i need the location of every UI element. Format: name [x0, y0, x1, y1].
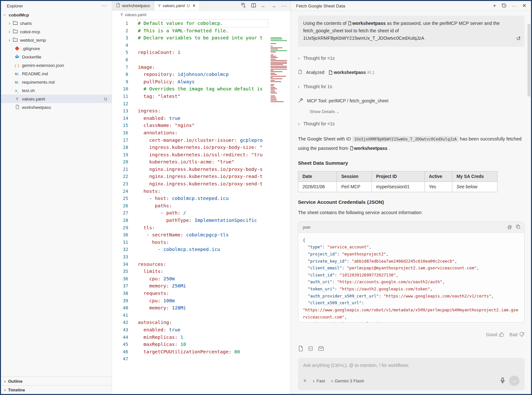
code-line: 15 className: "nginx" — [112, 122, 291, 129]
line-number: 15 — [112, 122, 128, 129]
file-label: gemini-extension.json — [22, 63, 112, 68]
code-line: 22 nginx.ingress.kubernetes.io/proxy-rea… — [112, 173, 291, 180]
root-folder-label: cobolMcp — [9, 13, 29, 17]
microphone-icon[interactable] — [500, 377, 505, 384]
mention-icon[interactable]: @ — [507, 224, 512, 230]
thought-row-2[interactable]: › Thought for 1s — [298, 84, 525, 89]
line-number: 3 — [112, 34, 128, 42]
code-line: 21 nginx.ingress.kubernetes.io/proxy-bod… — [112, 166, 291, 173]
history-icon[interactable] — [501, 3, 506, 9]
feedback-bad[interactable]: Bad — [509, 332, 525, 337]
tree-item-worksheetpass[interactable]: worksheetpass — [1, 103, 112, 111]
git-icon — [14, 46, 20, 51]
tree-item-requirements-md[interactable]: M↓requirements.md — [1, 78, 112, 86]
analyzed-row[interactable]: Analyzed worksheetpass#L1 — [298, 69, 525, 75]
file-label: charts — [20, 21, 112, 26]
line-number: 11 — [112, 93, 128, 100]
section-outline[interactable]: ›Outline — [1, 377, 112, 385]
close-panel-icon[interactable]: ✕ — [522, 3, 527, 8]
modified-badge: U — [104, 97, 107, 101]
file-chip-worksheetpass[interactable]: worksheetpass — [348, 21, 385, 26]
send-button[interactable]: → — [509, 376, 519, 386]
tree-item-gemini-extension-json[interactable]: { }gemini-extension.json — [1, 61, 112, 69]
summary-heading: Sheet Data Summary — [298, 160, 525, 166]
split-editor-icon[interactable] — [251, 3, 256, 9]
tab-worksheetpass[interactable]: worksheetpass — [112, 1, 154, 10]
navigate-forward-icon[interactable]: → — [271, 3, 276, 8]
mode-selector[interactable]: ∧ Fast — [312, 379, 325, 383]
json-line: "auth_uri": "https://accounts.google.com… — [303, 278, 520, 286]
code-line: 34resources: — [112, 261, 291, 268]
editor-more-icon[interactable]: ··· — [281, 3, 287, 8]
chat-input[interactable]: Ask anything (Ctrl+L), @ to mention, / f… — [298, 358, 525, 390]
line-number: 47 — [112, 355, 128, 363]
line-number: 45 — [112, 341, 128, 348]
minimap[interactable] — [271, 37, 288, 104]
thought-row-1[interactable]: › Thought for <1s — [298, 56, 525, 61]
chevron-right-icon: › — [2, 387, 7, 392]
tree-item-dockerfile[interactable]: Dockerfile — [1, 53, 112, 61]
line-number: 5 — [112, 49, 128, 56]
terminal-file-icon[interactable] — [308, 346, 313, 353]
code-line: 35 limits: — [112, 268, 291, 275]
file-icon — [116, 3, 120, 8]
explorer-more-icon[interactable]: ··· — [101, 3, 107, 9]
tab-values-yaml[interactable]: Y values.yaml U ✕ — [154, 1, 200, 10]
line-number: 27 — [112, 209, 128, 217]
code-line: 1# Default values for cobolmcp. — [112, 20, 291, 27]
tree-root-cobolmcp[interactable]: › cobolMcp — [1, 11, 112, 19]
app-window: Explorer ··· › cobolMcp ›charts›cobol-mc… — [0, 0, 532, 395]
line-number: 12 — [112, 100, 128, 108]
code-line: 37 memory: 256Mi — [112, 282, 291, 290]
breadcrumb[interactable]: Y values.yaml — [112, 11, 291, 19]
line-number: 46 — [112, 348, 128, 356]
editor-tabbar: worksheetpass Y values.yaml U ✕ ← → ··· — [112, 1, 291, 11]
json-line: "auth_provider_x509_cert_url": "https://… — [303, 293, 520, 300]
panel-more-icon[interactable]: ··· — [512, 4, 517, 8]
tree-item-readme-md[interactable]: M↓README.md — [1, 69, 112, 78]
code-line: 11 tag: "latest" — [112, 93, 291, 100]
add-context-icon[interactable]: + — [303, 377, 307, 384]
line-number: 38 — [112, 290, 128, 297]
tree-item-cobol-mcp[interactable]: ›cobol-mcp — [1, 27, 112, 36]
code-editor[interactable]: 1# Default values for cobolmcp.2# This i… — [112, 19, 291, 394]
new-chat-icon[interactable]: + — [493, 3, 496, 8]
tree-item-test-sh[interactable]: >_test.sh — [1, 86, 112, 95]
file-chip-worksheetpass[interactable]: worksheetpass — [350, 146, 387, 151]
code-line: 8 repository: idjohnson/cobolmcp — [112, 71, 291, 78]
show-details-toggle[interactable]: Show Details ⌄ — [310, 109, 525, 114]
line-number: 31 — [112, 239, 128, 246]
restore-checkpoint-icon[interactable]: ↺ — [516, 34, 521, 43]
folder-icon — [12, 29, 18, 34]
file-label: .gitignore — [22, 46, 112, 51]
panel-scrollbar[interactable] — [527, 24, 530, 97]
table-cell: myperlsession01 — [372, 182, 425, 192]
mcp-tool-row[interactable]: MCP Tool: perlMCP / fetch_google_sheet — [298, 98, 525, 104]
chevron-right-icon: › — [298, 121, 300, 126]
open-changes-icon[interactable] — [240, 3, 246, 9]
model-selector[interactable]: ∧ Gemini 3 Flash — [331, 379, 364, 383]
code-line: 25 - host: cobolmcp.steeped.icu — [112, 195, 291, 202]
feedback-good[interactable]: Good — [486, 332, 504, 337]
thought-row-3[interactable]: › Thought for <1s — [298, 121, 525, 126]
navigate-back-icon[interactable]: ← — [261, 3, 266, 8]
section-timeline[interactable]: ›Timeline — [1, 385, 112, 394]
line-number: 33 — [112, 253, 128, 261]
close-tab-icon[interactable]: ✕ — [192, 3, 196, 8]
tree-item-charts[interactable]: ›charts — [1, 19, 112, 27]
tree-item-values-yaml[interactable]: Yvalues.yamlU — [1, 95, 112, 103]
tree-item-webbol-temp[interactable]: ›webbol_temp — [1, 36, 112, 44]
json-line: "private_key_id": "abb1d87edb1ea7ae2466d… — [303, 258, 520, 265]
code-line: 12 — [112, 100, 291, 108]
md-icon: M↓ — [14, 80, 20, 85]
copy-icon[interactable] — [516, 224, 520, 230]
json-line: "client_id": "101203912699772027130", — [303, 272, 520, 279]
tree-item--gitignore[interactable]: .gitignore — [1, 44, 112, 53]
new-file-icon[interactable] — [298, 346, 303, 353]
line-number: 24 — [112, 188, 128, 195]
file-label: Dockerfile — [22, 55, 112, 59]
archive-box-icon[interactable] — [318, 346, 324, 353]
table-header: Project ID — [372, 171, 425, 182]
sh-icon: >_ — [14, 88, 20, 93]
table-header: Session — [337, 171, 372, 182]
